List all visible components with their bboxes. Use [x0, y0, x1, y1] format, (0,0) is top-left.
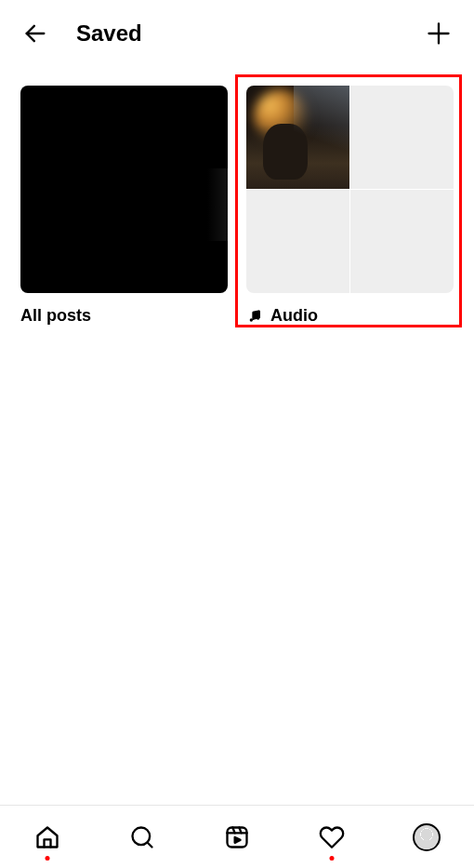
- page-title: Saved: [76, 20, 142, 47]
- arrow-left-icon: [22, 20, 48, 47]
- collection-thumbnail: [246, 86, 454, 293]
- bottom-nav: [0, 805, 474, 868]
- nav-profile[interactable]: [408, 819, 445, 856]
- thumbnail-tile-empty: [350, 86, 454, 189]
- svg-line-6: [147, 842, 151, 847]
- collection-thumbnail: [20, 86, 228, 293]
- collections-grid: All posts Audio: [0, 67, 474, 344]
- thumbnail-tile: [246, 86, 349, 189]
- collection-label: Audio: [246, 306, 454, 326]
- heart-icon: [319, 824, 345, 850]
- search-icon: [129, 824, 155, 850]
- nav-home[interactable]: [29, 819, 66, 856]
- reels-icon: [224, 824, 250, 850]
- collection-all-posts[interactable]: All posts: [20, 86, 228, 326]
- nav-search[interactable]: [124, 819, 161, 856]
- thumbnail-tile-empty: [246, 190, 349, 293]
- notification-dot: [330, 856, 335, 861]
- notification-dot: [46, 856, 50, 861]
- thumbnail-tile-empty: [350, 190, 454, 293]
- collection-audio[interactable]: Audio: [246, 86, 454, 326]
- collection-label: All posts: [20, 306, 228, 326]
- header: Saved: [0, 0, 474, 67]
- music-note-icon: [246, 308, 263, 325]
- add-button[interactable]: [424, 19, 454, 48]
- header-left: Saved: [20, 19, 142, 48]
- home-icon: [34, 824, 60, 850]
- back-button[interactable]: [20, 19, 50, 48]
- avatar-icon: [413, 823, 441, 851]
- plus-icon: [426, 20, 452, 47]
- collection-label-text: Audio: [270, 306, 318, 326]
- nav-reels[interactable]: [218, 819, 256, 856]
- collection-label-text: All posts: [20, 306, 91, 326]
- nav-activity[interactable]: [313, 819, 350, 856]
